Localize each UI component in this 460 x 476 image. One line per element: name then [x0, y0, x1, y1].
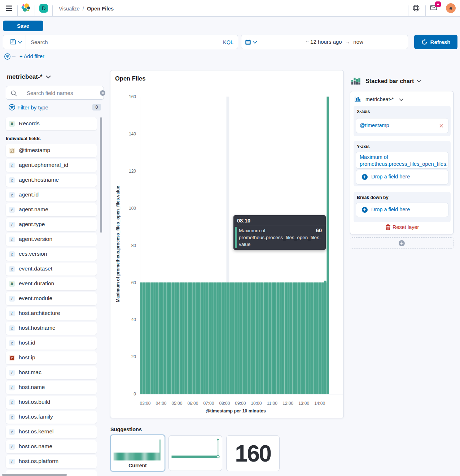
svg-text:140: 140: [129, 131, 136, 137]
svg-text:13:00: 13:00: [298, 401, 309, 406]
svg-text:160: 160: [129, 94, 136, 99]
svg-text:80: 80: [131, 243, 136, 248]
svg-text:03:00: 03:00: [140, 401, 150, 406]
svg-text:@timestamp per 10 minutes: @timestamp per 10 minutes: [206, 408, 266, 414]
svg-text:07:00: 07:00: [203, 401, 214, 406]
svg-text:60: 60: [131, 280, 136, 285]
svg-text:08:00: 08:00: [219, 401, 230, 406]
svg-text:12:00: 12:00: [282, 401, 293, 406]
svg-text:09:00: 09:00: [235, 401, 246, 406]
svg-text:100: 100: [129, 206, 136, 211]
svg-text:120: 120: [129, 169, 136, 174]
svg-text:11:00: 11:00: [267, 401, 277, 406]
svg-text:40: 40: [131, 317, 136, 322]
svg-text:Maximum of prometheus.process_: Maximum of prometheus.process_files_open…: [115, 186, 121, 302]
svg-text:0: 0: [133, 391, 136, 397]
svg-text:14:00: 14:00: [314, 401, 325, 406]
svg-text:06:00: 06:00: [187, 401, 198, 406]
svg-text:20: 20: [131, 354, 136, 359]
svg-text:10:00: 10:00: [251, 401, 262, 406]
svg-text:04:00: 04:00: [155, 401, 166, 406]
svg-text:05:00: 05:00: [171, 401, 182, 406]
